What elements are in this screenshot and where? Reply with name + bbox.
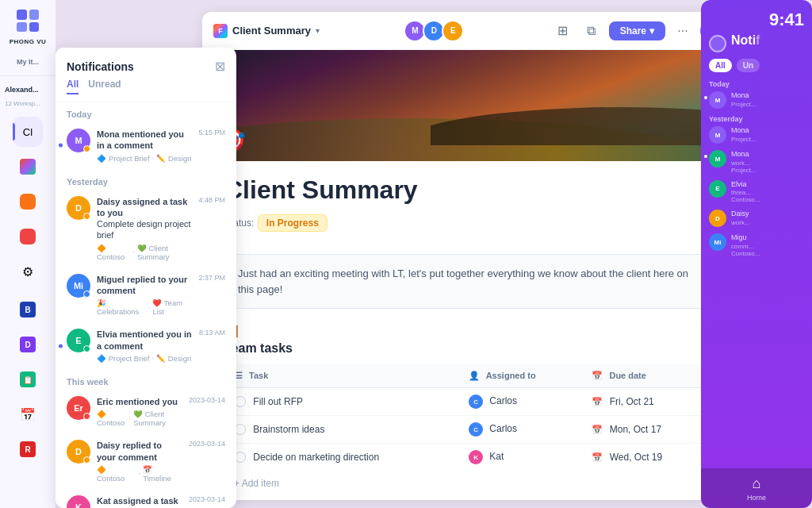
- mobile-notification-item[interactable]: E Elvia threa... Contoso...: [709, 180, 804, 204]
- section-thisweek: This week: [56, 369, 236, 390]
- mobile-notif-content: Migu comm... Contoso...: [731, 233, 760, 257]
- copy-icon[interactable]: ⧉: [580, 20, 603, 42]
- mobile-tab-unread[interactable]: Un: [737, 59, 760, 72]
- mobile-notification-item[interactable]: M Mona Project...: [709, 126, 804, 144]
- notification-content: Elvia mentioned you in a comment 🔷 Proje…: [97, 329, 193, 363]
- sidebar-item-ruby[interactable]: R: [13, 434, 43, 464]
- sidebar-item-figma[interactable]: [13, 152, 43, 182]
- grid-icon[interactable]: ⊞: [552, 20, 574, 42]
- notification-item[interactable]: D Daisy replied to your comment 🔶 Contos…: [56, 433, 236, 489]
- table-row: Fill out RFP C Carlos 📅 Fri, Oct 21: [225, 388, 711, 416]
- table-row: Decide on marketing direction K Kat 📅 We…: [225, 444, 711, 471]
- notification-item[interactable]: Er Eric mentioned you 🔶 Contoso › 💚 Clie…: [56, 390, 236, 433]
- mobile-tabs: All Un: [709, 59, 804, 72]
- task-name[interactable]: Decide on marketing direction: [225, 444, 460, 471]
- my-items-label: My It...: [17, 56, 39, 67]
- section-yesterday: Yesterday: [56, 169, 236, 190]
- mobile-notif-name: Elvia: [731, 180, 760, 190]
- mobile-notif-sub: work...: [731, 160, 756, 167]
- notifications-title: Notifications: [67, 60, 134, 73]
- avatar-user-3: E: [442, 20, 464, 42]
- task-name[interactable]: Fill out RFP: [225, 388, 460, 416]
- add-item-button[interactable]: + Add item: [224, 471, 711, 495]
- table-row: Brainstorm ideas C Carlos 📅 Mon, Oct 17: [225, 416, 711, 444]
- notification-item[interactable]: E Elvia mentioned you in a comment 🔷 Pro…: [56, 322, 236, 369]
- tasks-table: ☰ Task 👤 Assigned to 📅 Due date: [224, 364, 711, 471]
- avatar: Mi: [67, 274, 90, 298]
- sidebar-item-red[interactable]: [13, 221, 43, 252]
- notification-time: 4:48 PM: [198, 196, 225, 204]
- task-checkbox[interactable]: [235, 396, 246, 407]
- avatar: D: [67, 440, 90, 464]
- notification-content: Eric mentioned you 🔶 Contoso › 💚 Client …: [97, 396, 182, 427]
- tasks-icon: 📋: [224, 323, 711, 338]
- task-due: 📅 Mon, Oct 17: [582, 416, 710, 444]
- mobile-avatar: M: [709, 150, 726, 167]
- assignee-avatar: C: [469, 394, 483, 409]
- mobile-home-bar: ⌂ Home: [701, 468, 812, 508]
- topbar-right: ⊞ ⧉ Share ▾ ··· U: [552, 20, 722, 42]
- mobile-notif-content: Mona Project...: [731, 91, 756, 108]
- notification-time: 2:37 PM: [198, 274, 225, 282]
- tab-unread[interactable]: Unread: [88, 79, 121, 94]
- notification-item[interactable]: D Daisy assigned a task to you Complete …: [56, 190, 236, 267]
- notification-text: Miguel replied to your comment: [97, 274, 192, 297]
- avatar: E: [67, 329, 90, 352]
- mobile-notification-item[interactable]: M Mona work... Project...: [709, 150, 804, 174]
- mobile-notif-name: Mona: [731, 126, 756, 136]
- mobile-notification-item[interactable]: Mi Migu comm... Contoso...: [709, 233, 804, 257]
- mobile-section-today: Today: [709, 80, 804, 88]
- sidebar-item-gear[interactable]: ⚙: [13, 256, 43, 287]
- tab-all[interactable]: All: [67, 79, 79, 94]
- sidebar-item-b[interactable]: B: [13, 294, 43, 325]
- tasks-title: Team tasks: [224, 341, 711, 356]
- mobile-notif-sub: Project...: [731, 136, 756, 143]
- notification-text: Elvia mentioned you in a comment: [97, 329, 193, 352]
- figma-icon: F: [213, 24, 228, 38]
- more-icon[interactable]: ···: [672, 20, 694, 42]
- sidebar-item-purple[interactable]: D: [13, 329, 43, 360]
- sidebar-item-orange[interactable]: [13, 187, 43, 217]
- mobile-tab-all[interactable]: All: [709, 59, 732, 72]
- notification-text: Daisy assigned a task to you Complete de…: [97, 196, 192, 241]
- mobile-time: 9:41: [709, 10, 804, 30]
- mobile-notif-sub: work...: [731, 219, 750, 226]
- notification-text: Kat assigned a task to you Finalize proj…: [97, 495, 182, 508]
- notification-item[interactable]: K Kat assigned a task to you Finalize pr…: [56, 489, 236, 508]
- mobile-notif-name: Migu: [731, 233, 760, 243]
- mobile-notification-item[interactable]: M Mona Project...: [709, 91, 804, 109]
- mobile-notif-content: Mona Project...: [731, 126, 756, 143]
- share-button[interactable]: Share ▾: [609, 21, 665, 40]
- avatar: D: [67, 196, 90, 220]
- notification-text: Daisy replied to your comment: [97, 440, 182, 463]
- doc-description: Just had an exciting meeting with LT, le…: [224, 254, 711, 309]
- notification-breadcrumb: 🔷 Project Brief › ✏️ Design: [97, 354, 193, 363]
- username-short: Alexand...: [0, 84, 56, 95]
- sidebar-item-green[interactable]: 📋: [13, 364, 43, 394]
- mobile-notif-sub2: Project...: [731, 167, 756, 174]
- notification-content: Daisy replied to your comment 🔶 Contoso …: [97, 440, 182, 483]
- task-checkbox[interactable]: [235, 452, 246, 463]
- mobile-notif-content: Daisy work...: [731, 210, 750, 226]
- mobile-notif-name: Daisy: [731, 210, 750, 219]
- home-icon[interactable]: ⌂: [753, 475, 761, 492]
- notification-text: Mona mentioned you in a comment: [97, 129, 192, 152]
- notification-breadcrumb: 🔷 Project Brief › ✏️ Design: [97, 154, 192, 163]
- mobile-notif-content: Elvia threa... Contoso...: [731, 180, 760, 204]
- notification-item[interactable]: M Mona mentioned you in a comment 🔷 Proj…: [56, 122, 236, 169]
- notification-breadcrumb: 🔶 Contoso › 💚 Client Summary: [97, 410, 182, 427]
- sidebar-item-client[interactable]: Cl: [13, 117, 43, 147]
- sidebar-item-calendar[interactable]: 📅: [13, 399, 43, 429]
- chevron-down-icon[interactable]: ▾: [316, 26, 320, 35]
- mobile-notif-title: Notif: [731, 33, 760, 48]
- notification-item[interactable]: Mi Miguel replied to your comment 🎉 Cele…: [56, 267, 236, 323]
- task-name[interactable]: Brainstorm ideas: [225, 416, 460, 444]
- hero-image: 🎯: [202, 50, 733, 161]
- brand-name: PHONG VU: [10, 38, 47, 45]
- notification-time: 2023-03-14: [189, 495, 225, 503]
- close-icon[interactable]: ⊠: [215, 59, 225, 74]
- mobile-notification-item[interactable]: D Daisy work...: [709, 210, 804, 227]
- notification-content: Kat assigned a task to you Finalize proj…: [97, 495, 182, 508]
- status-badge[interactable]: In Progress: [258, 214, 327, 232]
- task-checkbox[interactable]: [235, 424, 246, 435]
